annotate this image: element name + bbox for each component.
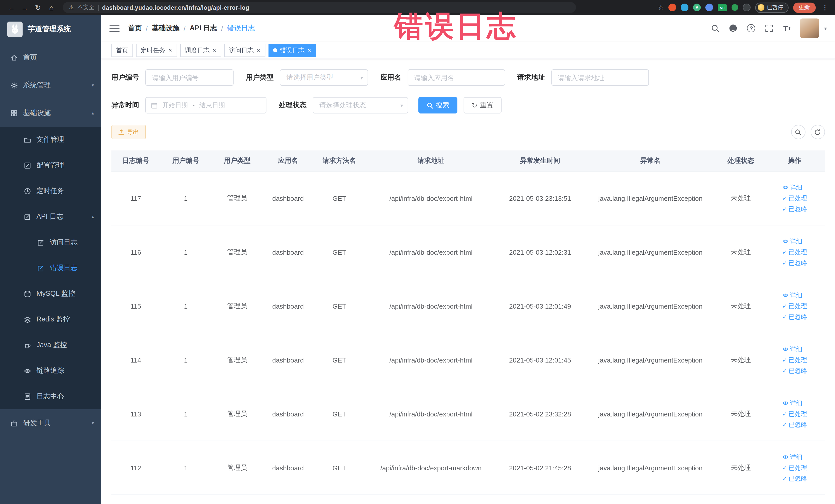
mark-processed-link[interactable]: ✓ 已处理 [782, 463, 807, 472]
detail-link[interactable]: 详细 [782, 452, 802, 461]
avatar-caret-down-icon[interactable]: ▾ [824, 25, 827, 31]
sidebar-item-scheduled-jobs[interactable]: 定时任务 [0, 178, 101, 204]
end-date-placeholder: 结束日期 [199, 101, 225, 109]
extension-on-badge[interactable]: on [718, 4, 727, 11]
mark-processed-link[interactable]: ✓ 已处理 [782, 409, 807, 418]
extension-leaf-icon[interactable] [732, 4, 738, 11]
sidebar-item-home[interactable]: 首页 [0, 44, 101, 72]
mark-ignored-link[interactable]: ✓ 已忽略 [782, 259, 807, 267]
github-icon[interactable] [728, 23, 738, 33]
error-log-table: 日志编号 用户编号 用户类型 应用名 请求方法名 请求地址 异常发生时间 异常名… [111, 150, 825, 495]
tab-access-log[interactable]: 访问日志× [224, 44, 265, 57]
search-icon[interactable] [710, 23, 720, 33]
browser-home-icon[interactable]: ⌂ [45, 2, 58, 13]
toggle-search-button[interactable] [791, 125, 805, 139]
exception-time-range-picker[interactable]: 开始日期 - 结束日期 [145, 97, 266, 114]
mark-processed-link[interactable]: ✓ 已处理 [782, 356, 807, 364]
sidebar-item-mysql-monitor[interactable]: MySQL 监控 [0, 281, 101, 306]
tab-home[interactable]: 首页 [111, 44, 133, 57]
sidebar-item-config-management[interactable]: 配置管理 [0, 153, 101, 178]
close-icon[interactable]: × [256, 47, 261, 54]
col-process-status: 处理状态 [717, 150, 765, 171]
browser-forward-icon[interactable]: → [19, 2, 31, 13]
mark-processed-link[interactable]: ✓ 已处理 [782, 194, 807, 203]
close-icon[interactable]: × [168, 47, 172, 54]
gear-icon [10, 81, 18, 89]
check-icon: ✓ [782, 463, 787, 472]
compose-icon [37, 264, 45, 272]
tab-schedule-log[interactable]: 调度日志× [180, 44, 221, 57]
mark-ignored-link[interactable]: ✓ 已忽略 [782, 205, 807, 213]
breadcrumb-api-log[interactable]: API 日志 [190, 24, 217, 33]
paused-badge[interactable]: 已暂停 [755, 2, 788, 13]
mark-processed-link[interactable]: ✓ 已处理 [782, 302, 807, 310]
help-icon[interactable]: ? [746, 23, 756, 33]
sidebar-item-api-log[interactable]: API 日志 ▴ [0, 204, 101, 229]
address-bar[interactable]: ⚠ 不安全 dashboard.yudao.iocoder.cn/infra/l… [63, 2, 576, 13]
cell-request-url: /api/infra/db-doc/export-html [366, 410, 496, 418]
detail-link[interactable]: 详细 [782, 237, 802, 246]
browser-reload-icon[interactable]: ↻ [32, 2, 44, 13]
close-icon[interactable]: × [307, 47, 312, 54]
user-avatar[interactable] [800, 19, 820, 38]
detail-link[interactable]: 详细 [782, 345, 802, 354]
cell-request-method: GET [313, 464, 366, 472]
folder-icon [24, 136, 31, 143]
reset-button[interactable]: ↻ 重置 [464, 97, 502, 114]
tab-error-log[interactable]: 错误日志× [268, 44, 316, 57]
breadcrumb-infrastructure[interactable]: 基础设施 [152, 24, 180, 33]
briefcase-icon [10, 419, 18, 427]
detail-link[interactable]: 详细 [782, 291, 802, 300]
cell-exception-name: java.lang.IllegalArgumentException [584, 302, 717, 310]
cell-user-type: 管理员 [211, 355, 263, 365]
sidebar-item-redis-monitor[interactable]: Redis 监控 [0, 306, 101, 332]
cell-exception-time: 2021-05-03 12:01:49 [496, 302, 584, 310]
mark-ignored-link[interactable]: ✓ 已忽略 [782, 366, 807, 375]
sidebar-item-access-log[interactable]: 访问日志 [0, 229, 101, 255]
mark-processed-link[interactable]: ✓ 已处理 [782, 248, 807, 257]
app-name-input[interactable] [407, 69, 505, 86]
detail-link[interactable]: 详细 [782, 399, 802, 407]
mark-ignored-link[interactable]: ✓ 已忽略 [782, 420, 807, 429]
user-id-input[interactable] [145, 69, 233, 86]
browser-back-icon[interactable]: ← [5, 2, 18, 13]
extension-plug-icon[interactable] [743, 4, 751, 11]
extension-drop-icon[interactable] [681, 4, 688, 11]
sidebar-item-file-management[interactable]: 文件管理 [0, 127, 101, 153]
extension-orange-icon[interactable] [668, 4, 676, 11]
sidebar-item-system[interactable]: 系统管理 ▾ [0, 72, 101, 99]
sidebar-item-infrastructure[interactable]: 基础设施 ▴ [0, 99, 101, 127]
check-icon: ✓ [782, 302, 787, 310]
browser-menu-icon[interactable]: ⋮ [820, 4, 830, 11]
extension-puzzle-icon[interactable] [705, 4, 713, 11]
breadcrumb-home[interactable]: 首页 [128, 24, 142, 33]
export-button[interactable]: 导出 [111, 125, 146, 139]
detail-link[interactable]: 详细 [782, 183, 802, 192]
sidebar-item-java-monitor[interactable]: Java 监控 [0, 332, 101, 358]
extension-vue-devtools-icon[interactable]: V [693, 4, 701, 11]
close-icon[interactable]: × [212, 47, 217, 54]
mark-ignored-link[interactable]: ✓ 已忽略 [782, 313, 807, 321]
fullscreen-icon[interactable] [764, 23, 774, 33]
cell-user-type: 管理员 [211, 463, 263, 472]
sidebar-item-dev-tools[interactable]: 研发工具 ▾ [0, 409, 101, 437]
font-size-icon[interactable]: TT [782, 23, 792, 33]
tab-scheduled-jobs[interactable]: 定时任务× [136, 44, 177, 57]
sidebar-item-log-center[interactable]: 日志中心 [0, 384, 101, 409]
refresh-table-button[interactable] [810, 125, 825, 139]
bookmark-star-icon[interactable]: ☆ [658, 4, 664, 11]
cell-log-id: 117 [111, 194, 160, 202]
mark-ignored-link[interactable]: ✓ 已忽略 [782, 474, 807, 483]
app-logo[interactable]: 芋道管理系统 [0, 15, 101, 44]
process-status-select[interactable]: 请选择处理状态 ▾ [313, 97, 408, 114]
request-url-input[interactable] [551, 69, 649, 86]
chrome-update-button[interactable]: 更新 [793, 2, 815, 13]
cell-app-name: dashboard [263, 302, 313, 310]
request-url-label: 请求地址 [517, 73, 545, 82]
sidebar-item-link-tracing[interactable]: 链路追踪 [0, 358, 101, 384]
sidebar-toggle-icon[interactable] [109, 24, 120, 32]
user-type-select[interactable]: 请选择用户类型 ▾ [280, 69, 368, 86]
logo-rabbit-icon [7, 22, 23, 37]
sidebar-item-error-log[interactable]: 错误日志 [0, 255, 101, 281]
search-button[interactable]: 搜索 [419, 97, 457, 114]
